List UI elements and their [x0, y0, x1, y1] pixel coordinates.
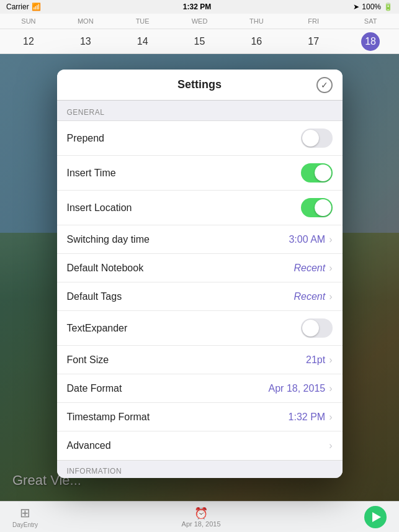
tab-dayentry[interactable]: ⊞ DayEntry — [12, 505, 38, 528]
row-switching-day-time[interactable]: Switching day time 3:00 AM › — [57, 225, 343, 254]
default-tags-value: Recent — [294, 291, 325, 302]
row-prepend[interactable]: Prepend — [57, 121, 343, 156]
date-17[interactable]: 17 — [285, 36, 342, 47]
dayentry-label: DayEntry — [12, 521, 38, 528]
advanced-label: Advanced — [67, 440, 111, 451]
tab-bar: ⊞ DayEntry ⏰ Apr 18, 2015 — [0, 501, 399, 532]
day-mon: MON — [57, 17, 114, 25]
timestamp-format-right: 1:32 PM › — [289, 412, 333, 423]
toggle-knob — [315, 165, 331, 181]
date-18-today[interactable]: 18 — [342, 32, 399, 51]
prepend-right — [301, 128, 333, 148]
default-notebook-value: Recent — [294, 263, 325, 274]
row-font-size[interactable]: Font Size 21pt › — [57, 346, 343, 374]
date-format-right: Apr 18, 2015 › — [269, 383, 333, 394]
row-insert-location[interactable]: Insert Location — [57, 191, 343, 225]
timestamp-format-label: Timestamp Format — [67, 412, 150, 423]
toggle-knob — [302, 320, 319, 336]
insert-time-toggle[interactable] — [301, 163, 333, 183]
chevron-icon: › — [329, 440, 332, 451]
play-button[interactable] — [364, 506, 387, 528]
row-date-format[interactable]: Date Format Apr 18, 2015 › — [57, 374, 343, 403]
day-tue: TUE — [114, 17, 171, 25]
date-14[interactable]: 14 — [114, 36, 171, 47]
chevron-icon: › — [329, 263, 332, 274]
font-size-label: Font Size — [67, 354, 109, 366]
date-13[interactable]: 13 — [57, 36, 114, 47]
checkmark-icon: ✓ — [321, 80, 328, 90]
day-wed: WED — [171, 17, 228, 25]
default-tags-label: Default Tags — [67, 291, 122, 302]
default-tags-right: Recent › — [294, 291, 332, 302]
date-format-value: Apr 18, 2015 — [269, 383, 326, 394]
insert-location-toggle[interactable] — [301, 198, 333, 217]
day-sat: SAT — [342, 17, 399, 25]
insert-time-label: Insert Time — [67, 168, 116, 179]
status-bar: Carrier 📶 1:32 PM ➤ 100% 🔋 — [0, 0, 399, 14]
play-icon — [372, 512, 381, 522]
wifi-icon: 📶 — [32, 2, 41, 11]
advanced-right: › — [329, 440, 332, 451]
center-date: Apr 18, 2015 — [182, 520, 221, 528]
tab-center: ⏰ Apr 18, 2015 — [182, 507, 221, 528]
day-thu: THU — [228, 17, 285, 25]
switching-day-time-right: 3:00 AM › — [289, 234, 332, 245]
default-notebook-right: Recent › — [294, 263, 332, 274]
switching-day-time-value: 3:00 AM — [289, 234, 325, 245]
status-time: 1:32 PM — [183, 2, 211, 11]
dayentry-icon: ⊞ — [20, 505, 30, 520]
location-icon: ➤ — [353, 2, 359, 11]
chevron-icon: › — [329, 234, 332, 245]
calendar-days-row: SUN MON TUE WED THU FRI SAT — [0, 14, 399, 29]
toggle-knob — [302, 130, 319, 147]
modal-title: Settings — [177, 78, 222, 91]
section-general-header: GENERAL — [57, 101, 343, 120]
day-sun: SUN — [0, 17, 57, 25]
date-15[interactable]: 15 — [171, 36, 228, 47]
date-format-label: Date Format — [67, 383, 122, 394]
battery-icon: 🔋 — [383, 2, 393, 11]
status-left: Carrier 📶 — [6, 2, 41, 11]
font-size-right: 21pt › — [306, 354, 332, 366]
chevron-icon: › — [329, 291, 332, 302]
section-information-header: INFORMATION — [57, 461, 343, 478]
prepend-label: Prepend — [67, 133, 105, 144]
chevron-icon: › — [329, 412, 332, 423]
row-insert-time[interactable]: Insert Time — [57, 156, 343, 191]
default-notebook-label: Default Notebook — [67, 263, 144, 274]
row-textexpander[interactable]: TextExpander — [57, 311, 343, 346]
prepend-toggle[interactable] — [301, 128, 333, 148]
close-button[interactable]: ✓ — [316, 77, 333, 93]
modal-backdrop: Settings ✓ GENERAL Prepend Insert — [0, 54, 399, 501]
insert-time-right — [301, 163, 333, 183]
timestamp-format-value: 1:32 PM — [289, 412, 326, 423]
settings-list: Prepend Insert Time Insert Locatio — [57, 120, 343, 461]
battery-label: 100% — [362, 2, 381, 11]
row-timestamp-format[interactable]: Timestamp Format 1:32 PM › — [57, 403, 343, 431]
textexpander-label: TextExpander — [67, 323, 128, 334]
switching-day-time-label: Switching day time — [67, 234, 150, 245]
row-default-notebook[interactable]: Default Notebook Recent › — [57, 254, 343, 282]
insert-location-label: Insert Location — [67, 202, 132, 214]
modal-header: Settings ✓ — [57, 70, 343, 101]
alarm-icon: ⏰ — [194, 507, 208, 520]
date-12[interactable]: 12 — [0, 36, 57, 47]
toggle-knob — [315, 199, 331, 216]
chevron-icon: › — [329, 354, 332, 366]
font-size-value: 21pt — [306, 354, 325, 366]
status-right: ➤ 100% 🔋 — [353, 2, 393, 11]
calendar-header: SUN MON TUE WED THU FRI SAT 12 13 14 15 … — [0, 14, 399, 54]
row-default-tags[interactable]: Default Tags Recent › — [57, 282, 343, 311]
row-advanced[interactable]: Advanced › — [57, 431, 343, 460]
insert-location-right — [301, 198, 333, 217]
carrier-label: Carrier — [6, 2, 29, 11]
calendar-dates-row: 12 13 14 15 16 17 18 — [0, 29, 399, 54]
settings-modal: Settings ✓ GENERAL Prepend Insert — [57, 70, 343, 478]
chevron-icon: › — [329, 383, 332, 394]
day-fri: FRI — [285, 17, 342, 25]
date-16[interactable]: 16 — [228, 36, 285, 47]
textexpander-right — [301, 318, 333, 338]
textexpander-toggle[interactable] — [301, 318, 333, 338]
tab-play[interactable] — [364, 506, 387, 528]
